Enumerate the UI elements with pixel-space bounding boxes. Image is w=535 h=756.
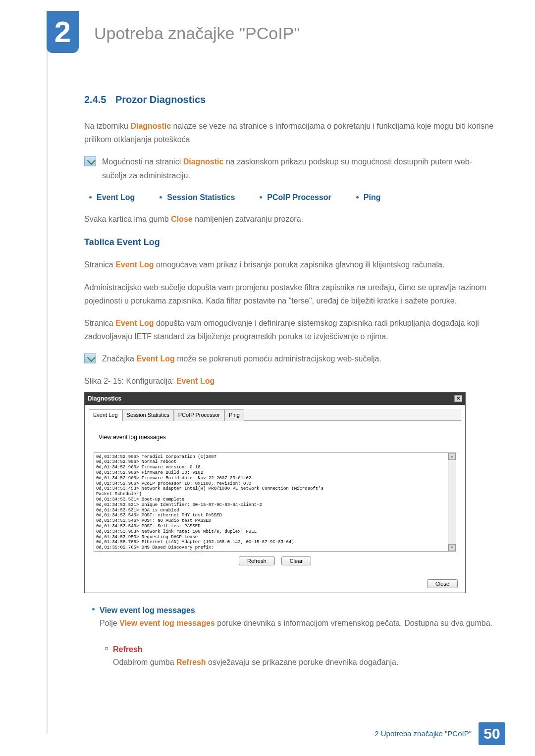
note-text: Značajka Event Log može se pokrenuti pom… bbox=[102, 352, 495, 365]
page-number-badge: 50 bbox=[479, 722, 505, 745]
dialog-tabs: Event Log Session Statistics PCoIP Proce… bbox=[89, 409, 461, 421]
dialog-subtitle: View event log messages bbox=[99, 433, 456, 442]
tab-name-pcoip-processor: PCoIP Processor bbox=[267, 191, 331, 204]
keyword-event-log: Event Log bbox=[176, 377, 214, 385]
note-text: Mogućnosti na stranici Diagnostic na zas… bbox=[102, 155, 495, 182]
scrollbar[interactable]: ▴ ▾ bbox=[448, 453, 456, 551]
keyword-diagnostic: Diagnostic bbox=[183, 157, 224, 166]
tab-session-statistics[interactable]: Session Statistics bbox=[122, 409, 174, 421]
figure-caption: Slika 2- 15: Konfiguracija: Event Log bbox=[84, 374, 495, 388]
list-item-body: Polje View event log messages poruke dne… bbox=[100, 616, 495, 630]
keyword: View event log messages bbox=[119, 619, 215, 627]
footer: 2 Upotreba značajke "PCoIP" 50 bbox=[374, 722, 505, 745]
chapter-number-badge: 2 bbox=[47, 11, 79, 53]
intro-paragraph: Na izborniku Diagnostic nalaze se veze n… bbox=[84, 119, 495, 146]
text: Stranica bbox=[84, 260, 115, 269]
tabs-bullet-list: Event Log Session Statistics PCoIP Proce… bbox=[84, 191, 495, 204]
tab-name-session-statistics: Session Statistics bbox=[167, 191, 235, 204]
section-title: Prozor Diagnostics bbox=[115, 94, 206, 105]
scroll-down-icon[interactable]: ▾ bbox=[448, 544, 456, 551]
note-icon bbox=[84, 353, 96, 363]
tab-name-ping: Ping bbox=[364, 191, 381, 204]
section-number: 2.4.5 bbox=[84, 94, 106, 105]
diagnostics-dialog: Diagnostics ✕ Event Log Session Statisti… bbox=[84, 392, 466, 593]
text: Slika 2- 15: Konfiguracija: bbox=[84, 377, 176, 385]
sub-item-title: Refresh bbox=[113, 643, 495, 656]
keyword-event-log: Event Log bbox=[136, 354, 174, 363]
text: Polje bbox=[100, 619, 119, 627]
keyword-close: Close bbox=[171, 215, 193, 223]
bullet-icon bbox=[89, 196, 92, 199]
clear-button[interactable]: Clear bbox=[281, 556, 311, 565]
text: Stranica bbox=[84, 319, 115, 327]
text: poruke dnevnika s informacijom vremensko… bbox=[215, 619, 492, 627]
refresh-button[interactable]: Refresh bbox=[239, 556, 275, 565]
dialog-titlebar: Diagnostics ✕ bbox=[85, 393, 465, 405]
paragraph: Stranica Event Log dopušta vam omogućiva… bbox=[84, 316, 495, 343]
square-bullet-icon bbox=[105, 647, 108, 650]
close-icon[interactable]: ✕ bbox=[454, 395, 462, 402]
paragraph: Stranica Event Log omogućava vam prikaz … bbox=[84, 258, 495, 271]
event-log-textarea[interactable]: 0d,01:34:52.906> Teradici Corporation (c… bbox=[94, 453, 456, 552]
tab-name-event-log: Event Log bbox=[97, 191, 135, 204]
dialog-title-text: Diagnostics bbox=[88, 394, 121, 403]
subsection-title: Tablica Event Log bbox=[84, 235, 495, 250]
text: može se pokrenuti pomoću administracijsk… bbox=[175, 354, 381, 363]
scroll-up-icon[interactable]: ▴ bbox=[448, 453, 456, 460]
footer-text: 2 Upotreba značajke "PCoIP" bbox=[374, 728, 479, 740]
text: Odabirom gumba bbox=[113, 658, 176, 666]
note-icon bbox=[84, 156, 96, 166]
close-button[interactable]: Close bbox=[427, 579, 458, 588]
text: Svaka kartica ima gumb bbox=[84, 215, 171, 223]
side-rule bbox=[47, 11, 48, 734]
bullet-icon bbox=[356, 196, 359, 199]
text: osvježavaju se prikazane poruke dnevnika… bbox=[206, 658, 399, 666]
bullet-icon bbox=[260, 196, 262, 199]
text: Značajka bbox=[102, 354, 136, 363]
sub-item-body: Odabirom gumba Refresh osvježavaju se pr… bbox=[113, 655, 495, 669]
keyword-event-log: Event Log bbox=[115, 260, 154, 269]
text: namijenjen zatvaranju prozora. bbox=[193, 215, 303, 223]
text: omogućava vam prikaz i brisanje poruka z… bbox=[154, 260, 444, 269]
list-item-title: View event log messages bbox=[100, 604, 495, 617]
tab-ping[interactable]: Ping bbox=[224, 409, 244, 421]
log-content: 0d,01:34:52.906> Teradici Corporation (c… bbox=[94, 453, 448, 551]
paragraph: Administracijsko web-sučelje dopušta vam… bbox=[84, 281, 495, 307]
tab-event-log[interactable]: Event Log bbox=[89, 409, 122, 421]
bullet-icon bbox=[92, 608, 95, 610]
keyword-event-log: Event Log bbox=[115, 319, 154, 327]
keyword-diagnostic: Diagnostic bbox=[130, 122, 171, 130]
bullet-icon bbox=[160, 196, 162, 199]
keyword-refresh: Refresh bbox=[176, 658, 206, 666]
chapter-title: Upotreba značajke "PCoIP" bbox=[94, 20, 300, 47]
text: Mogućnosti na stranici bbox=[102, 157, 183, 166]
close-sentence: Svaka kartica ima gumb Close namijenjen … bbox=[84, 212, 495, 226]
tab-pcoip-processor[interactable]: PCoIP Processor bbox=[174, 409, 224, 421]
text: Na izborniku bbox=[84, 122, 130, 130]
